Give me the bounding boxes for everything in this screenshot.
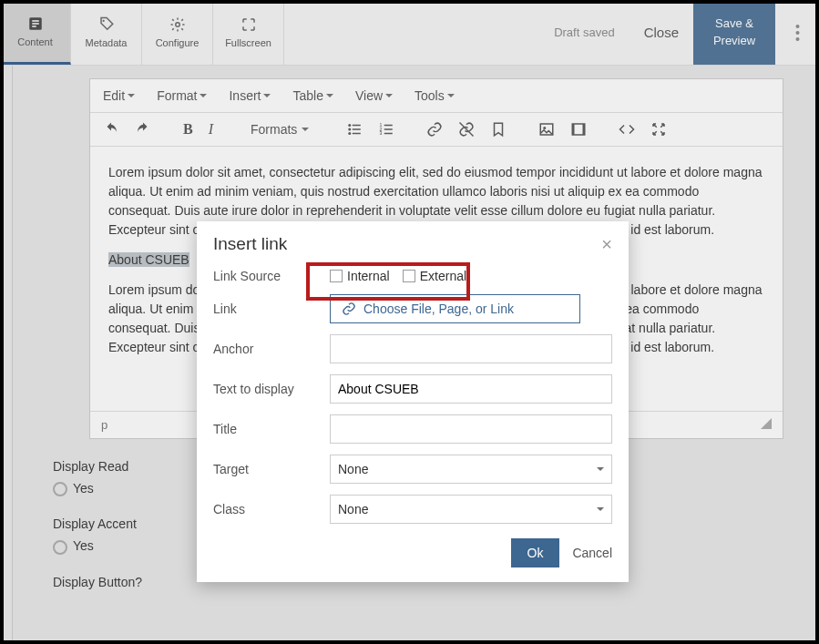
checkbox-internal[interactable]: Internal: [330, 269, 390, 283]
target-dropdown[interactable]: None: [330, 455, 612, 484]
label-title: Title: [213, 422, 330, 436]
label-link: Link: [213, 302, 330, 316]
checkbox-icon: [403, 270, 415, 282]
title-input[interactable]: [330, 414, 612, 444]
cancel-button[interactable]: Cancel: [572, 546, 612, 560]
checkbox-icon: [330, 270, 343, 282]
label-anchor: Anchor: [213, 342, 330, 356]
close-icon[interactable]: ×: [601, 235, 612, 253]
label-link-source: Link Source: [213, 269, 330, 283]
anchor-input[interactable]: [330, 334, 612, 363]
row-anchor: Anchor: [213, 334, 612, 363]
caret-down-icon: [597, 507, 604, 511]
choose-link-button[interactable]: Choose File, Page, or Link: [330, 294, 580, 323]
link-icon: [342, 302, 356, 316]
caret-down-icon: [597, 467, 604, 471]
label-class: Class: [213, 502, 330, 516]
row-class: Class None: [213, 495, 612, 524]
label-target: Target: [213, 462, 330, 476]
label-text-to-display: Text to display: [213, 382, 330, 396]
modal-title: Insert link: [213, 234, 287, 254]
class-dropdown[interactable]: None: [330, 495, 612, 524]
insert-link-modal: Insert link × Link Source Internal Exter…: [197, 221, 629, 582]
modal-header: Insert link ×: [213, 234, 612, 254]
checkbox-external[interactable]: External: [403, 269, 466, 283]
row-text-to-display: Text to display: [213, 374, 612, 404]
ok-button[interactable]: Ok: [511, 538, 560, 567]
row-link: Link Choose File, Page, or Link: [213, 294, 612, 323]
row-target: Target None: [213, 455, 612, 484]
modal-footer: Ok Cancel: [213, 538, 612, 567]
text-to-display-input[interactable]: [330, 374, 612, 404]
row-title: Title: [213, 414, 612, 444]
row-link-source: Link Source Internal External: [213, 269, 612, 283]
